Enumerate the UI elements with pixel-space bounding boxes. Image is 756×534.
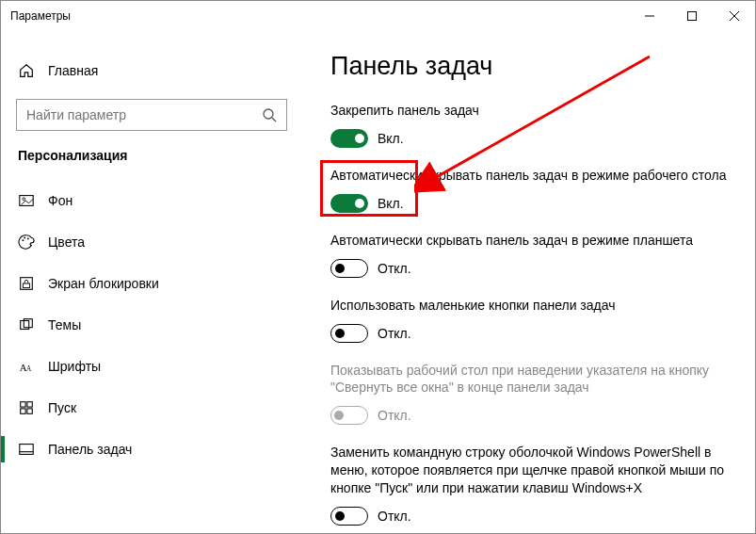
setting-label: Закрепить панель задач bbox=[330, 102, 727, 120]
setting-label: Показывать рабочий стол при наведении ук… bbox=[330, 362, 727, 397]
setting-lock-taskbar: Закрепить панель задач Вкл. bbox=[330, 102, 727, 148]
section-title: Персонализация bbox=[1, 146, 302, 180]
svg-point-8 bbox=[23, 239, 24, 241]
svg-point-4 bbox=[264, 109, 273, 119]
setting-autohide-desktop: Автоматически скрывать панель задач в ре… bbox=[330, 167, 727, 213]
sidebar-item-label: Пуск bbox=[48, 400, 76, 415]
svg-point-10 bbox=[27, 238, 29, 240]
home-nav[interactable]: Главная bbox=[1, 50, 302, 91]
toggle-lock-taskbar[interactable] bbox=[330, 129, 368, 148]
svg-rect-1 bbox=[687, 12, 696, 21]
setting-label: Заменить командную строку оболочкой Wind… bbox=[330, 444, 727, 497]
svg-rect-17 bbox=[21, 402, 25, 407]
svg-rect-18 bbox=[27, 402, 32, 407]
sidebar-item-colors[interactable]: Цвета bbox=[1, 221, 302, 263]
toggle-state-text: Откл. bbox=[378, 261, 411, 276]
setting-label: Использовать маленькие кнопки панели зад… bbox=[330, 297, 727, 315]
sidebar-item-themes[interactable]: Темы bbox=[1, 304, 302, 346]
content: Панель задач Закрепить панель задач Вкл.… bbox=[302, 31, 755, 533]
toggle-peek-desktop bbox=[330, 406, 368, 425]
sidebar-item-taskbar[interactable]: Панель задач bbox=[1, 429, 302, 470]
setting-small-buttons: Использовать маленькие кнопки панели зад… bbox=[330, 297, 727, 343]
sidebar-item-label: Фон bbox=[48, 193, 72, 208]
start-icon bbox=[18, 399, 35, 416]
toggle-powershell[interactable] bbox=[330, 507, 368, 526]
titlebar: Параметры bbox=[1, 1, 755, 31]
svg-rect-19 bbox=[21, 409, 25, 413]
picture-icon bbox=[18, 192, 35, 209]
setting-peek-desktop: Показывать рабочий стол при наведении ук… bbox=[330, 362, 727, 426]
sidebar-item-label: Цвета bbox=[48, 235, 85, 250]
toggle-state-text: Откл. bbox=[378, 408, 411, 423]
toggle-small-buttons[interactable] bbox=[330, 324, 368, 343]
minimize-button[interactable] bbox=[628, 1, 670, 31]
toggle-state-text: Откл. bbox=[378, 326, 411, 341]
setting-label: Автоматически скрывать панель задач в ре… bbox=[330, 232, 727, 250]
sidebar-item-lockscreen[interactable]: Экран блокировки bbox=[1, 263, 302, 304]
home-icon bbox=[18, 62, 35, 79]
home-label: Главная bbox=[48, 63, 98, 78]
sidebar-item-label: Темы bbox=[48, 317, 81, 332]
setting-label: Автоматически скрывать панель задач в ре… bbox=[330, 167, 727, 185]
sidebar-item-label: Панель задач bbox=[48, 442, 132, 457]
toggle-state-text: Откл. bbox=[378, 509, 411, 524]
search-field[interactable] bbox=[26, 107, 262, 122]
sidebar: Главная Персонализация Фон Цвета bbox=[1, 31, 302, 533]
toggle-autohide-tablet[interactable] bbox=[330, 259, 368, 278]
svg-point-7 bbox=[23, 198, 25, 201]
toggle-state-text: Вкл. bbox=[378, 131, 404, 146]
setting-powershell: Заменить командную строку оболочкой Wind… bbox=[330, 444, 727, 526]
sidebar-item-background[interactable]: Фон bbox=[1, 180, 302, 221]
sidebar-item-start[interactable]: Пуск bbox=[1, 387, 302, 429]
svg-text:A: A bbox=[26, 365, 32, 373]
search-icon bbox=[262, 107, 277, 122]
fonts-icon: AA bbox=[18, 358, 35, 375]
svg-rect-21 bbox=[20, 445, 33, 455]
toggle-autohide-desktop[interactable] bbox=[330, 194, 368, 213]
page-title: Панель задач bbox=[330, 52, 727, 81]
toggle-state-text: Вкл. bbox=[378, 196, 404, 211]
lockscreen-icon bbox=[18, 275, 35, 292]
sidebar-item-label: Экран блокировки bbox=[48, 276, 159, 291]
palette-icon bbox=[18, 234, 35, 251]
svg-rect-20 bbox=[27, 409, 32, 413]
svg-line-5 bbox=[272, 118, 276, 121]
taskbar-icon bbox=[18, 441, 35, 458]
setting-autohide-tablet: Автоматически скрывать панель задач в ре… bbox=[330, 232, 727, 278]
svg-point-9 bbox=[24, 237, 25, 239]
window-title: Параметры bbox=[10, 9, 628, 23]
maximize-button[interactable] bbox=[670, 1, 713, 31]
sidebar-item-fonts[interactable]: AA Шрифты bbox=[1, 346, 302, 387]
close-button[interactable] bbox=[713, 1, 755, 31]
search-input[interactable] bbox=[16, 99, 287, 131]
sidebar-item-label: Шрифты bbox=[48, 359, 101, 374]
themes-icon bbox=[18, 316, 35, 333]
svg-rect-12 bbox=[23, 283, 29, 288]
